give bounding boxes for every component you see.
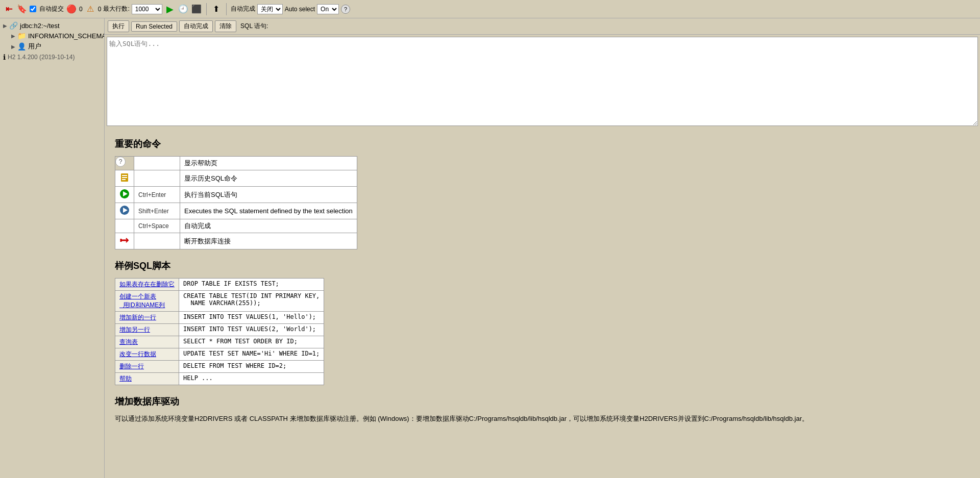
sample-row-create: 创建一个新表 用ID和NAME列 CREATE TABLE TEST(ID IN… xyxy=(115,291,324,312)
help-toolbar-icon[interactable]: ? xyxy=(341,5,350,14)
execute-button[interactable]: 执行 xyxy=(108,20,129,32)
main-toolbar: ⇤ 🔖 自动提交 🔴 0 ⚠ 0 最大行数: 1000 500 100 1000… xyxy=(0,0,980,18)
sample-row-insert1: 增加新的一行 INSERT INTO TEST VALUES(1, 'Hello… xyxy=(115,312,324,324)
sample-link-drop[interactable]: 如果表存在在删除它 xyxy=(115,279,179,291)
cmd-desc-run: 执行当前SQL语句 xyxy=(180,187,357,203)
separator-1 xyxy=(206,3,207,15)
user-label: 用户 xyxy=(28,42,41,51)
warning-count: 0 xyxy=(98,6,102,13)
auto-complete-button[interactable]: 自动完成 xyxy=(179,20,213,32)
stop-icon[interactable]: ⬛ xyxy=(191,4,202,15)
bookmark-icon[interactable]: 🔖 xyxy=(16,4,28,15)
cmd-desc-help: 显示帮助页 xyxy=(180,157,357,170)
auto-commit-checkbox[interactable] xyxy=(30,6,36,12)
auto-select-label: Auto select xyxy=(285,6,315,13)
cmd-icon-history xyxy=(115,170,134,187)
sample-code-create: CREATE TABLE TEST(ID INT PRIMARY KEY, NA… xyxy=(179,291,324,312)
cmd-row-disconnect: 断开数据库连接 xyxy=(115,233,357,249)
sample-link-insert2[interactable]: 增加另一行 xyxy=(115,324,179,336)
sample-code-insert2: INSERT INTO TEST VALUES(2, 'World'); xyxy=(179,324,324,336)
cmd-row-run-selected: Shift+Enter Executes the SQL statement d… xyxy=(115,203,357,219)
auto-select-select[interactable]: On Off xyxy=(317,4,339,14)
disconnect-icon[interactable]: ⇤ xyxy=(3,4,14,15)
commands-table: ? 显示帮助页 xyxy=(115,156,357,249)
commands-section-title: 重要的命令 xyxy=(115,138,970,150)
max-rows-select[interactable]: 1000 500 100 10000 xyxy=(132,4,162,14)
schema-folder-icon: 📁 xyxy=(17,32,26,40)
cmd-shortcut-help xyxy=(134,157,180,170)
sql-editor[interactable] xyxy=(107,37,978,126)
cmd-desc-history: 显示历史SQL命令 xyxy=(180,170,357,187)
cmd-icon-help: ? xyxy=(115,157,126,167)
sample-code-drop: DROP TABLE IF EXISTS TEST; xyxy=(179,279,324,291)
error-icon[interactable]: 🔴 xyxy=(66,4,77,15)
sample-link-select[interactable]: 查询表 xyxy=(115,336,179,348)
help-panel: 重要的命令 ? 显示帮助页 xyxy=(105,130,980,478)
sample-row-insert2: 增加另一行 INSERT INTO TEST VALUES(2, 'World'… xyxy=(115,324,324,336)
sql-editor-wrapper xyxy=(107,37,978,128)
cmd-shortcut-disconnect xyxy=(134,233,180,249)
sidebar-item-user[interactable]: ▶ 👤 用户 xyxy=(1,41,103,52)
sample-link-delete[interactable]: 删除一行 xyxy=(115,361,179,373)
cmd-shortcut-history xyxy=(134,170,180,187)
cmd-icon-disconnect xyxy=(115,233,134,249)
cmd-desc-autocomplete: 自动完成 xyxy=(180,219,357,233)
version-label: H2 1.4.200 (2019-10-14) xyxy=(8,54,75,61)
sample-link-create[interactable]: 创建一个新表 用ID和NAME列 xyxy=(115,291,179,312)
cmd-row-run: Ctrl+Enter 执行当前SQL语句 xyxy=(115,187,357,203)
cmd-row-autocomplete: Ctrl+Space 自动完成 xyxy=(115,219,357,233)
error-count: 0 xyxy=(79,6,83,13)
export-icon[interactable]: ⬆ xyxy=(211,4,222,15)
sample-code-delete: DELETE FROM TEST WHERE ID=2; xyxy=(179,361,324,373)
cmd-icon-autocomplete xyxy=(115,219,134,233)
history-icon[interactable]: 🕘 xyxy=(178,4,189,15)
sidebar-item-schema[interactable]: ▶ 📁 INFORMATION_SCHEMA xyxy=(1,31,103,41)
max-rows-label: 最大行数: xyxy=(103,5,129,13)
schema-label: INFORMATION_SCHEMA xyxy=(28,32,105,40)
main-layout: ▶ 🔗 jdbc:h2:~/test ▶ 📁 INFORMATION_SCHEM… xyxy=(0,18,980,478)
sample-code-insert1: INSERT INTO TEST VALUES(1, 'Hello'); xyxy=(179,312,324,324)
history-svg-icon xyxy=(119,172,130,183)
cmd-icon-run xyxy=(115,187,134,203)
sidebar-item-connection[interactable]: ▶ 🔗 jdbc:h2:~/test xyxy=(1,20,103,31)
driver-section-title: 增加数据库驱动 xyxy=(115,395,970,408)
sample-row-drop: 如果表存在在删除它 DROP TABLE IF EXISTS TEST; xyxy=(115,279,324,291)
run-icon[interactable]: ▶ xyxy=(164,4,176,15)
auto-complete-select[interactable]: 关闭 开启 xyxy=(257,4,283,14)
svg-rect-2 xyxy=(122,177,127,178)
clear-button[interactable]: 清除 xyxy=(215,20,236,32)
svg-rect-1 xyxy=(122,175,127,176)
schema-expander: ▶ xyxy=(11,33,15,39)
auto-complete-label: 自动完成 xyxy=(231,5,255,13)
sql-toolbar: 执行 Run Selected 自动完成 清除 SQL 语句: xyxy=(105,18,980,35)
svg-rect-3 xyxy=(122,179,126,180)
user-icon: 👤 xyxy=(17,42,26,51)
sample-code-update: UPDATE TEST SET NAME='Hi' WHERE ID=1; xyxy=(179,348,324,361)
connection-expander: ▶ xyxy=(3,23,7,29)
cmd-row-help: ? 显示帮助页 xyxy=(115,157,357,170)
connection-icon: 🔗 xyxy=(9,21,18,30)
sample-row-help: 帮助 HELP ... xyxy=(115,373,324,385)
version-icon: ℹ xyxy=(3,53,6,61)
connection-label: jdbc:h2:~/test xyxy=(20,22,60,30)
disconnect-svg-icon xyxy=(119,235,130,245)
sample-row-delete: 删除一行 DELETE FROM TEST WHERE ID=2; xyxy=(115,361,324,373)
separator-2 xyxy=(226,3,227,15)
sample-row-update: 改变一行数据 UPDATE TEST SET NAME='Hi' WHERE I… xyxy=(115,348,324,361)
cmd-shortcut-run: Ctrl+Enter xyxy=(134,187,180,203)
sql-label: SQL 语句: xyxy=(240,22,268,31)
sample-link-update[interactable]: 改变一行数据 xyxy=(115,348,179,361)
sample-link-help[interactable]: 帮助 xyxy=(115,373,179,385)
cmd-shortcut-autocomplete: Ctrl+Space xyxy=(134,219,180,233)
sql-samples-table: 如果表存在在删除它 DROP TABLE IF EXISTS TEST; 创建一… xyxy=(115,278,324,385)
sample-link-insert1[interactable]: 增加新的一行 xyxy=(115,312,179,324)
warning-icon[interactable]: ⚠ xyxy=(85,4,96,15)
cmd-row-history: 显示历史SQL命令 xyxy=(115,170,357,187)
sample-code-help: HELP ... xyxy=(179,373,324,385)
content-area: 执行 Run Selected 自动完成 清除 SQL 语句: 重要的命令 ? … xyxy=(105,18,980,478)
run-svg-icon xyxy=(119,189,130,199)
run-selected-svg-icon xyxy=(119,205,130,215)
user-expander: ▶ xyxy=(11,44,15,49)
run-selected-button[interactable]: Run Selected xyxy=(131,21,177,32)
cmd-shortcut-run-selected: Shift+Enter xyxy=(134,203,180,219)
